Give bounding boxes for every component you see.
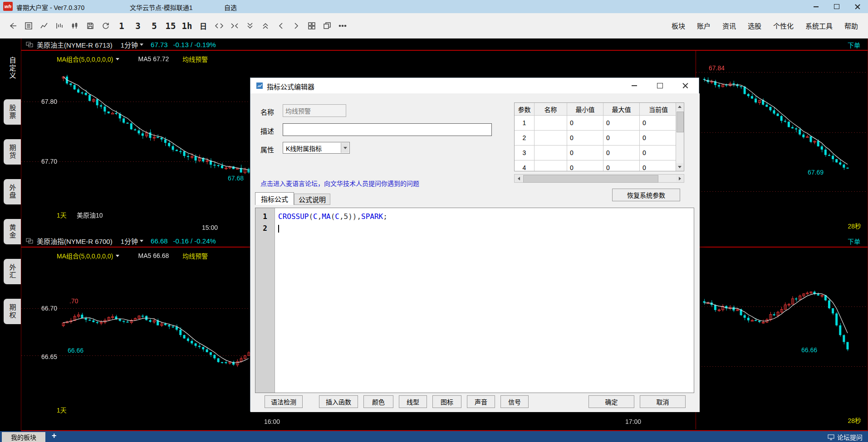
menu-stock-picker[interactable]: 选股: [748, 21, 761, 30]
menu-system-tools[interactable]: 系统工具: [805, 21, 833, 30]
ma-settings-label[interactable]: MA组合(5,0,0,0,0,0): [57, 251, 113, 260]
param-name-cell[interactable]: [535, 146, 567, 160]
dialog-maximize-button[interactable]: [647, 78, 672, 93]
period-day-button[interactable]: 日: [195, 20, 211, 31]
param-name-cell[interactable]: [535, 116, 567, 131]
tab-formula-description[interactable]: 公式说明: [294, 194, 330, 205]
signal-button[interactable]: 信号: [500, 395, 529, 408]
param-current-cell[interactable]: 0: [640, 160, 677, 171]
period-15min-button[interactable]: 15: [162, 21, 179, 31]
sidebar-tab-options[interactable]: 期权: [4, 299, 21, 324]
line-style-button[interactable]: 线型: [399, 395, 427, 408]
more-icon[interactable]: [335, 18, 350, 34]
table-vertical-scrollbar[interactable]: [676, 103, 684, 171]
sidebar-tab-custom[interactable]: 自定义: [4, 51, 21, 85]
forum-ask-link[interactable]: 论坛提问: [828, 432, 863, 442]
color-button[interactable]: 颜色: [363, 395, 393, 408]
double-up-icon[interactable]: [258, 18, 273, 34]
restore-defaults-button[interactable]: 恢复系统参数: [612, 189, 680, 201]
range-label[interactable]: 1天: [57, 210, 67, 219]
forum-help-link[interactable]: 点击进入麦语言论坛，向文华技术人员提问你遇到的问题: [260, 179, 419, 188]
name-input[interactable]: [283, 104, 346, 117]
attribute-select[interactable]: K线附属指标: [283, 142, 350, 154]
symbol-name[interactable]: 美原油指(NYME-R 6700): [37, 236, 113, 246]
symbol-name[interactable]: 美原油主(NYME-R 6713): [37, 40, 113, 49]
sidebar-tab-stocks[interactable]: 股票: [4, 99, 21, 125]
code-line-2[interactable]: [278, 223, 279, 234]
sidebar-tab-futures[interactable]: 期货: [4, 139, 21, 165]
scroll-up-icon[interactable]: [676, 103, 683, 111]
add-board-button[interactable]: +: [52, 431, 57, 441]
sound-button[interactable]: 声音: [467, 395, 495, 408]
watchlist-title-tab[interactable]: 自选: [224, 3, 237, 12]
sidebar-tab-gold[interactable]: 黄金: [4, 219, 21, 244]
sidebar-tab-overseas[interactable]: 外盘: [4, 179, 21, 204]
param-max-cell[interactable]: 0: [603, 116, 640, 131]
param-min-cell[interactable]: 0: [567, 131, 603, 146]
ma-alert-label[interactable]: 均线预警: [182, 54, 208, 63]
syntax-check-button[interactable]: 语法检测: [265, 395, 303, 408]
my-boards-tab[interactable]: 我的板块: [2, 432, 45, 442]
minimize-button[interactable]: [805, 0, 826, 13]
order-button[interactable]: 下单: [848, 40, 860, 49]
order-button[interactable]: 下单: [848, 237, 860, 246]
dialog-title-bar[interactable]: 指标公式编辑器: [250, 78, 699, 93]
param-min-cell[interactable]: 0: [567, 146, 603, 160]
expand-horizontal-icon[interactable]: [211, 18, 227, 34]
menu-boards[interactable]: 板块: [672, 21, 685, 30]
param-max-cell[interactable]: 0: [603, 131, 640, 146]
dialog-close-button[interactable]: [672, 78, 698, 93]
chevron-down-icon[interactable]: [140, 44, 143, 46]
param-min-cell[interactable]: 0: [567, 160, 603, 171]
param-max-cell[interactable]: 0: [603, 146, 640, 160]
scroll-right-icon[interactable]: [676, 175, 683, 182]
period-1min-button[interactable]: 1: [113, 21, 130, 31]
grid-layout-icon[interactable]: [304, 18, 319, 34]
param-current-cell[interactable]: 0: [640, 146, 677, 160]
duplicate-layout-icon[interactable]: [319, 18, 335, 34]
param-max-cell[interactable]: 0: [603, 160, 640, 171]
insert-function-button[interactable]: 插入函数: [319, 395, 358, 408]
chevron-down-icon[interactable]: [116, 58, 119, 60]
save-icon[interactable]: [83, 18, 98, 34]
icon-button[interactable]: 图标: [432, 395, 461, 408]
watchlist-icon[interactable]: [21, 18, 36, 34]
refresh-icon[interactable]: [98, 18, 113, 34]
chevron-down-icon[interactable]: [140, 240, 143, 242]
range-label[interactable]: 1天: [57, 405, 67, 414]
description-input[interactable]: [283, 123, 492, 136]
chevron-down-icon[interactable]: [341, 143, 349, 153]
period-1hour-button[interactable]: 1h: [179, 21, 195, 31]
param-name-cell[interactable]: [535, 131, 567, 146]
period-selector[interactable]: 1分钟: [121, 40, 138, 49]
menu-help[interactable]: 帮助: [844, 21, 858, 30]
page-right-icon[interactable]: [289, 18, 304, 34]
period-5min-button[interactable]: 5: [146, 21, 162, 31]
page-left-icon[interactable]: [273, 18, 289, 34]
code-line-1[interactable]: CROSSUP(C,MA(C,5)),SPARK;: [278, 211, 387, 223]
period-3min-button[interactable]: 3: [130, 21, 146, 31]
chevron-down-icon[interactable]: [116, 255, 119, 257]
scroll-down-icon[interactable]: [676, 163, 683, 171]
scroll-left-icon[interactable]: [515, 175, 522, 182]
param-name-cell[interactable]: [535, 160, 567, 171]
candlestick-canvas-top-right[interactable]: [696, 51, 868, 235]
menu-personalize[interactable]: 个性化: [773, 21, 794, 30]
back-icon[interactable]: [5, 18, 21, 34]
period-selector[interactable]: 1分钟: [121, 236, 138, 246]
dialog-minimize-button[interactable]: [622, 78, 647, 93]
ok-button[interactable]: 确定: [588, 395, 634, 408]
param-current-cell[interactable]: 0: [640, 131, 677, 146]
table-horizontal-scrollbar[interactable]: [514, 174, 684, 183]
tick-chart-icon[interactable]: [52, 18, 67, 34]
param-current-cell[interactable]: 0: [640, 116, 677, 131]
compress-horizontal-icon[interactable]: [227, 18, 242, 34]
sidebar-tab-forex[interactable]: 外汇: [4, 259, 21, 284]
candlestick-canvas-bottom-right[interactable]: [696, 248, 868, 429]
close-button[interactable]: [847, 0, 868, 13]
ma-alert-label[interactable]: 均线预警: [182, 251, 208, 260]
double-down-icon[interactable]: [242, 18, 258, 34]
formula-code-editor[interactable]: 1 2 CROSSUP(C,MA(C,5)),SPARK;: [255, 208, 694, 393]
cancel-button[interactable]: 取消: [640, 395, 686, 408]
menu-account[interactable]: 账户: [697, 21, 711, 30]
